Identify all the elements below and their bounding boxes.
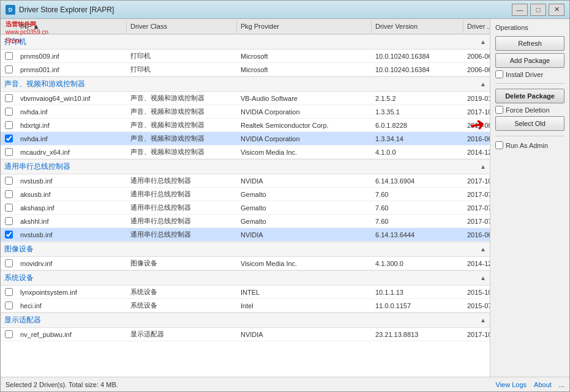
table-row[interactable]: nvhda.inf 声音、视频和游戏控制器 NVIDIA Corporation… <box>1 132 490 146</box>
row-checkbox-cell[interactable] <box>1 64 17 75</box>
row-date: 2019-01-11 <box>463 93 490 104</box>
row-checkbox[interactable] <box>5 190 13 198</box>
row-checkbox-cell[interactable] <box>1 202 17 213</box>
row-checkbox[interactable] <box>5 288 13 296</box>
section-header[interactable]: 显示适配器▲ <box>1 312 490 328</box>
row-checkbox[interactable] <box>5 259 13 267</box>
section-label: 打印机 <box>4 37 26 47</box>
row-checkbox[interactable] <box>5 204 13 212</box>
row-date: 2015-10-28 <box>463 287 490 298</box>
row-checkbox-cell[interactable] <box>1 188 17 200</box>
row-checkbox-cell[interactable] <box>1 286 17 298</box>
col-pkg-provider[interactable]: Pkg Provider <box>237 20 372 32</box>
row-checkbox-cell[interactable] <box>1 146 17 158</box>
install-driver-option[interactable]: Install Driver <box>495 70 564 78</box>
row-checkbox-cell[interactable] <box>1 50 17 62</box>
table-row[interactable]: nv_ref_pubwu.inf 显示适配器 NVIDIA 23.21.13.8… <box>1 328 490 341</box>
row-checkbox[interactable] <box>5 301 13 309</box>
run-as-admin-option[interactable]: Run As Admin <box>495 141 564 149</box>
row-version: 1.3.35.1 <box>372 106 463 117</box>
refresh-button[interactable]: Refresh <box>495 36 564 51</box>
row-checkbox-cell[interactable] <box>1 175 17 187</box>
row-date: 2016-06-02 <box>463 229 490 240</box>
table-row[interactable]: nvstusb.inf 通用串行总线控制器 NVIDIA 6.14.13.644… <box>1 228 490 242</box>
row-inf: nvhda.inf <box>17 133 127 144</box>
table-row[interactable]: nvstusb.inf 通用串行总线控制器 NVIDIA 6.14.13.690… <box>1 174 490 188</box>
row-checkbox[interactable] <box>5 52 13 60</box>
maximize-button[interactable]: □ <box>530 4 546 16</box>
table-row[interactable]: movidrv.inf 图像设备 Visicom Media Inc. 4.1.… <box>1 257 490 270</box>
table-row[interactable]: akshhl.inf 通用串行总线控制器 Gemalto 7.60 2017-0… <box>1 215 490 228</box>
force-deletion-checkbox[interactable] <box>495 106 503 114</box>
row-checkbox[interactable] <box>5 148 13 156</box>
row-checkbox[interactable] <box>5 330 13 338</box>
row-provider: Intel <box>237 300 372 311</box>
row-checkbox[interactable] <box>5 177 13 185</box>
row-checkbox-cell[interactable] <box>1 257 17 269</box>
add-package-button[interactable]: Add Package <box>495 53 564 68</box>
row-provider: Gemalto <box>237 202 372 213</box>
row-checkbox[interactable] <box>5 94 13 102</box>
about-link[interactable]: About <box>534 381 552 388</box>
row-class: 系统设备 <box>127 286 237 298</box>
minimize-button[interactable]: — <box>512 4 528 16</box>
row-checkbox-cell[interactable] <box>1 229 17 240</box>
col-driver-version[interactable]: Driver Version <box>372 20 463 32</box>
section-header[interactable]: 声音、视频和游戏控制器▲ <box>1 76 490 92</box>
row-date: 2017-07-03 <box>463 202 490 213</box>
row-checkbox-cell[interactable] <box>1 300 17 311</box>
row-class: 通用串行总线控制器 <box>127 188 237 201</box>
table-row[interactable]: lynxpointsystem.inf 系统设备 INTEL 10.1.1.13… <box>1 286 490 299</box>
table-row[interactable]: prnms009.inf 打印机 Microsoft 10.0.10240.16… <box>1 50 490 63</box>
row-version: 2.1.5.2 <box>372 93 463 104</box>
row-checkbox[interactable] <box>5 121 13 129</box>
row-checkbox-cell[interactable] <box>1 92 17 104</box>
row-date: 2017-07-03 <box>463 189 490 200</box>
table-row[interactable]: vbvmvaiog64_win10.inf 声音、视频和游戏控制器 VB-Aud… <box>1 92 490 105</box>
col-inf[interactable]: INF ▲ <box>17 20 127 32</box>
row-class: 打印机 <box>127 63 237 76</box>
delete-package-button[interactable]: Delete Package <box>495 89 564 103</box>
section-header[interactable]: 图像设备▲ <box>1 242 490 257</box>
select-old-button[interactable]: Select Old <box>495 116 564 131</box>
row-checkbox[interactable] <box>5 135 13 142</box>
section-label: 通用串行总线控制器 <box>4 161 70 172</box>
table-row[interactable]: prnms001.inf 打印机 Microsoft 10.0.10240.16… <box>1 63 490 76</box>
view-logs-link[interactable]: View Logs <box>496 381 527 388</box>
row-checkbox[interactable] <box>5 217 13 225</box>
row-version: 4.1.300.0 <box>372 258 463 269</box>
row-checkbox[interactable] <box>5 231 13 239</box>
row-checkbox-cell[interactable] <box>1 133 17 144</box>
app-icon: D <box>6 5 15 15</box>
row-checkbox-cell[interactable] <box>1 106 17 117</box>
force-deletion-option[interactable]: Force Deletion <box>495 106 564 114</box>
table-row[interactable]: nvhda.inf 声音、视频和游戏控制器 NVIDIA Corporation… <box>1 105 490 119</box>
row-checkbox-cell[interactable] <box>1 119 17 131</box>
close-button[interactable]: ✕ <box>549 4 564 16</box>
run-as-admin-checkbox[interactable] <box>495 141 503 149</box>
install-driver-checkbox[interactable] <box>495 70 503 78</box>
table-scroll[interactable]: 打印机▲ prnms009.inf 打印机 Microsoft 10.0.102… <box>1 34 490 377</box>
table-row[interactable]: mcaudrv_x64.inf 声音、视频和游戏控制器 Visicom Medi… <box>1 146 490 159</box>
table-row[interactable]: heci.inf 系统设备 Intel 11.0.0.1157 2015-07-… <box>1 299 490 312</box>
section-label: 图像设备 <box>4 244 34 254</box>
row-provider: NVIDIA Corporation <box>237 106 372 117</box>
table-row[interactable]: aksusb.inf 通用串行总线控制器 Gemalto 7.60 2017-0… <box>1 188 490 201</box>
row-version: 6.14.13.6904 <box>372 176 463 187</box>
row-checkbox[interactable] <box>5 65 13 73</box>
col-driver-class[interactable]: Driver Class <box>127 20 237 32</box>
table-row[interactable]: akshasp.inf 通用串行总线控制器 Gemalto 7.60 2017-… <box>1 201 490 215</box>
row-inf: heci.inf <box>17 300 127 311</box>
row-class: 声音、视频和游戏控制器 <box>127 105 237 118</box>
row-checkbox-cell[interactable] <box>1 328 17 340</box>
row-date: 2017-07-03 <box>463 216 490 227</box>
row-checkbox[interactable] <box>5 108 13 116</box>
row-version: 6.14.13.6444 <box>372 229 463 240</box>
section-header[interactable]: 打印机▲ <box>1 34 490 50</box>
col-driver-date[interactable]: Driver ... <box>463 20 490 32</box>
table-row[interactable]: hdxrtgi.inf 声音、视频和游戏控制器 Realtek Semicond… <box>1 119 490 132</box>
section-header[interactable]: 系统设备▲ <box>1 270 490 286</box>
row-provider: NVIDIA <box>237 229 372 240</box>
row-checkbox-cell[interactable] <box>1 215 17 227</box>
section-header[interactable]: 通用串行总线控制器▲ <box>1 159 490 174</box>
